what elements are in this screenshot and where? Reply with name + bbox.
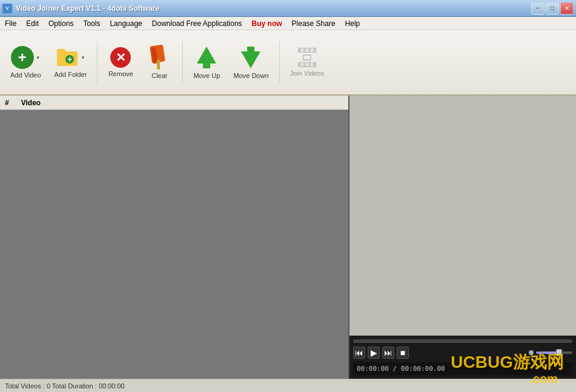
move-down-icon [241,45,260,70]
titlebar: V Video Joiner Expert V1.1 - 4dots Softw… [0,0,576,17]
toolbar: ▼ Add Video + ▼ Add Folder ✕ Remove Clea… [0,30,576,96]
media-volume [529,350,572,355]
move-down-label: Move Down [233,72,268,79]
clear-label: Clear [151,72,167,79]
toolbar-sep-1 [97,41,98,83]
menu-buynow[interactable]: Buy now [247,18,287,30]
main-content: # Video ⏮ ▶ ⏭ ■ [0,96,576,379]
add-video-button[interactable]: ▼ Add Video [5,35,47,90]
remove-button[interactable]: ✕ Remove [102,35,139,90]
menu-language[interactable]: Language [105,18,147,30]
preview-area [349,96,576,336]
remove-icon: ✕ [110,47,131,68]
status-text: Total Videos : 0 Total Duration : 00:00:… [5,382,125,390]
join-videos-button[interactable]: Join Videos [285,35,330,90]
media-time-display: 00:00:00 / 00:00:00.00 [353,362,572,375]
move-up-label: Move Up [193,72,220,79]
add-video-dropdown-arrow[interactable]: ▼ [36,55,41,60]
volume-handle [556,349,562,356]
media-progress-bar[interactable] [353,339,572,343]
menu-pleaseshare[interactable]: Please Share [287,18,340,30]
add-folder-button[interactable]: + ▼ Add Folder [49,35,93,90]
move-up-button[interactable]: Move Up [188,35,225,90]
media-player: ⏮ ▶ ⏭ ■ 00:00:00 / 00:00:00.00 [349,336,576,379]
menu-download[interactable]: Download Free Applications [147,18,247,30]
menu-file[interactable]: File [0,18,21,30]
skip-back-button[interactable]: ⏮ [353,347,365,359]
restore-button[interactable]: □ [546,2,559,15]
col-video-header: Video [21,99,41,107]
close-button[interactable]: ✕ [560,2,574,15]
file-list-panel: # Video [0,96,349,379]
file-list-body[interactable] [0,110,348,379]
add-folder-label: Add Folder [55,71,87,78]
minimize-button[interactable]: − [531,2,545,15]
menu-tools[interactable]: Tools [78,18,105,30]
menu-edit[interactable]: Edit [21,18,44,30]
add-video-label: Add Video [10,71,41,79]
play-button[interactable]: ▶ [368,347,380,359]
remove-label: Remove [108,70,133,77]
volume-icon [529,350,534,355]
next-button[interactable]: ⏭ [382,347,394,359]
menubar: File Edit Options Tools Language Downloa… [0,17,576,30]
clear-icon [148,45,170,70]
media-controls: ⏮ ▶ ⏭ ■ [353,347,572,359]
menu-options[interactable]: Options [44,18,78,30]
app-icon: V [2,4,12,13]
join-videos-icon [298,48,316,67]
stop-button[interactable]: ■ [397,347,409,359]
add-video-icon [11,46,34,69]
add-folder-dropdown-arrow[interactable]: ▼ [81,55,85,60]
menu-help[interactable]: Help [340,18,365,30]
titlebar-title: Video Joiner Expert V1.1 - 4dots Softwar… [16,4,159,13]
toolbar-sep-3 [279,41,280,83]
add-folder-icon: + [56,47,79,68]
volume-slider[interactable] [536,351,572,354]
list-header: # Video [0,96,348,110]
col-num-header: # [5,99,9,107]
join-videos-label: Join Videos [290,70,325,77]
right-panel: ⏮ ▶ ⏭ ■ 00:00:00 / 00:00:00.00 [349,96,576,379]
move-up-icon [197,45,216,70]
toolbar-sep-2 [182,41,183,83]
clear-button[interactable]: Clear [141,35,177,90]
titlebar-buttons: − □ ✕ [531,2,574,15]
statusbar: Total Videos : 0 Total Duration : 00:00:… [0,379,576,392]
move-down-button[interactable]: Move Down [228,35,274,90]
